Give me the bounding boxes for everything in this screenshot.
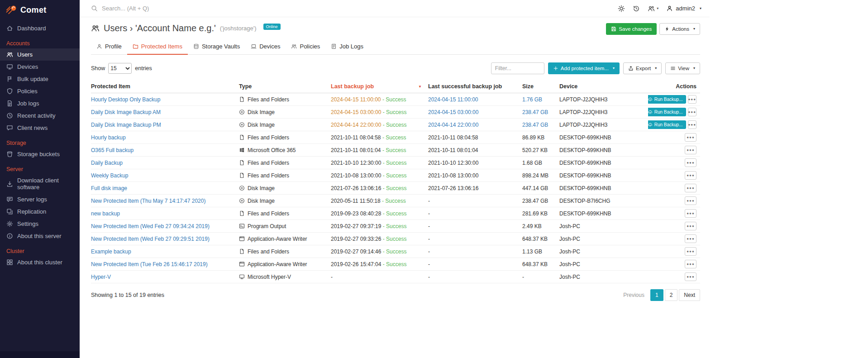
tab-storage-vaults[interactable]: Storage Vaults xyxy=(188,40,245,55)
column-header-last-backup-job[interactable]: Last backup job▼ xyxy=(331,80,428,93)
tab-job-logs[interactable]: Job Logs xyxy=(325,40,369,55)
sidebar-item-recent-activity[interactable]: Recent activity xyxy=(0,110,80,122)
person-icon xyxy=(96,43,102,49)
sidebar-item-server-logs[interactable]: Server logs xyxy=(0,193,80,205)
view-button[interactable]: View ▾ xyxy=(665,62,700,74)
row-actions-menu-button[interactable]: ●●● xyxy=(685,260,696,268)
job-status: - Success xyxy=(381,109,406,115)
add-protected-item-button[interactable]: Add protected item... ▾ xyxy=(548,62,620,74)
sidebar-item-devices[interactable]: Devices xyxy=(0,61,80,73)
row-actions-menu-button[interactable]: ●●● xyxy=(685,133,696,142)
filter-input[interactable] xyxy=(491,62,544,74)
row-actions-menu-button[interactable]: ●●● xyxy=(685,234,696,243)
sidebar-item-about-this-cluster[interactable]: About this cluster xyxy=(0,256,80,268)
sidebar-item-download-client-software[interactable]: Download client software xyxy=(0,174,80,193)
row-actions-menu-button[interactable]: ●●● xyxy=(688,95,697,104)
protected-item-link[interactable]: New Protected Item (Tue Feb 26 15:46:17 … xyxy=(91,261,208,267)
sidebar-item-bulk-update[interactable]: Bulk update xyxy=(0,73,80,85)
row-actions-menu-button[interactable]: ●●● xyxy=(685,247,696,256)
sidebar-item-about-this-server[interactable]: About this server xyxy=(0,230,80,242)
row-actions-menu-button[interactable]: ●●● xyxy=(685,222,696,230)
column-header-last-successful-backup-job[interactable]: Last successful backup job xyxy=(428,80,522,93)
last-successful-job-link[interactable]: 2024-04-15 03:00:00 xyxy=(428,109,478,115)
tab-protected-items[interactable]: Protected Items xyxy=(127,40,188,55)
account-menu[interactable]: admin2 ▾ xyxy=(666,5,701,12)
cell-last-backup: 2021-10-11 08:04:58 - Success xyxy=(331,131,428,144)
tab-policies[interactable]: Policies xyxy=(286,40,325,55)
last-backup-job-link[interactable]: 2024-04-14 22:00:00 xyxy=(331,122,381,128)
sidebar-item-client-news[interactable]: Client news xyxy=(0,122,80,134)
column-header-device[interactable]: Device xyxy=(559,80,648,93)
page-2[interactable]: 2 xyxy=(665,289,678,301)
tab-devices[interactable]: Devices xyxy=(245,40,286,55)
history-button[interactable] xyxy=(633,5,640,12)
sidebar-item-job-logs[interactable]: Job logs xyxy=(0,97,80,110)
protected-item-link[interactable]: Example backup xyxy=(91,248,131,255)
run-backup-label: Run Backup... xyxy=(654,110,683,115)
protected-item-link[interactable]: Daily Disk Image Backup AM xyxy=(91,109,161,115)
sidebar-item-replication[interactable]: Replication xyxy=(0,205,80,218)
cell-actions: ●●● xyxy=(648,169,700,182)
sidebar-item-users[interactable]: Users xyxy=(0,48,80,61)
protected-item-link[interactable]: O365 Full backup xyxy=(91,147,134,153)
column-header-protected-item[interactable]: Protected Item xyxy=(91,80,239,93)
last-backup-job-link[interactable]: 2024-04-15 03:00:00 xyxy=(331,109,381,115)
export-button[interactable]: Export ▾ xyxy=(623,62,662,74)
last-successful-job-link[interactable]: 2024-04-14 22:00:00 xyxy=(428,122,478,128)
last-successful-job-link[interactable]: 2024-04-15 11:00:00 xyxy=(428,96,478,103)
protected-item-link[interactable]: Hyper-V xyxy=(91,274,111,280)
protected-item-link[interactable]: Weekly Backup xyxy=(91,172,128,179)
table-row: Hourly backupFiles and Folders2021-10-11… xyxy=(91,131,700,144)
run-backup-button[interactable]: Run Backup... xyxy=(648,108,686,116)
tab-label: Storage Vaults xyxy=(202,43,240,50)
last-backup-job-link[interactable]: 2024-04-15 11:00:00 xyxy=(331,96,381,103)
row-actions-menu-button[interactable]: ●●● xyxy=(685,184,696,192)
size-link[interactable]: 238.47 GB xyxy=(522,109,548,115)
tab-profile[interactable]: Profile xyxy=(91,40,127,55)
run-backup-button[interactable]: Run Backup... xyxy=(648,95,686,104)
row-actions-menu-button[interactable]: ●●● xyxy=(685,209,696,218)
page-size-control: Show 15 entries xyxy=(91,63,152,74)
view-label: View xyxy=(678,66,689,71)
page-next[interactable]: Next xyxy=(679,289,700,301)
row-actions-menu-button[interactable]: ●●● xyxy=(688,120,697,129)
row-actions-menu-button[interactable]: ●●● xyxy=(685,158,696,167)
entries-select[interactable]: 15 xyxy=(108,63,132,74)
protected-item-link[interactable]: New Protected Item (Wed Feb 27 09:34:24 … xyxy=(91,223,210,229)
protected-item-link[interactable]: Daily Disk Image Backup PM xyxy=(91,122,161,128)
page-1[interactable]: 1 xyxy=(650,289,663,301)
cell-last-successful: - xyxy=(428,245,522,258)
app-logo[interactable]: Comet xyxy=(0,0,80,19)
user-switch-menu[interactable]: ▾ xyxy=(648,5,658,12)
theme-toggle-button[interactable] xyxy=(618,5,625,12)
sidebar-item-settings[interactable]: Settings xyxy=(0,218,80,230)
row-actions-menu-button[interactable]: ●●● xyxy=(685,146,696,154)
protected-item-link[interactable]: New Protected Item (Wed Feb 27 09:29:51 … xyxy=(91,236,210,242)
row-actions-menu-button[interactable]: ●●● xyxy=(688,108,697,116)
size-link[interactable]: 238.47 GB xyxy=(522,122,548,128)
tab-bar: ProfileProtected ItemsStorage VaultsDevi… xyxy=(91,40,700,55)
row-actions-menu-button[interactable]: ●●● xyxy=(685,272,696,281)
column-header-type[interactable]: Type xyxy=(239,80,331,93)
search-input[interactable] xyxy=(102,5,206,12)
page-previous[interactable]: Previous xyxy=(619,290,649,301)
save-changes-button[interactable]: Save changes xyxy=(606,23,657,35)
protected-item-link[interactable]: Hourly backup xyxy=(91,134,126,141)
row-actions-menu-button[interactable]: ●●● xyxy=(685,171,696,180)
actions-button[interactable]: Actions ▾ xyxy=(659,23,700,35)
protected-item-link[interactable]: Daily Backup xyxy=(91,160,123,166)
sidebar-item-dashboard[interactable]: Dashboard xyxy=(0,22,80,34)
sidebar-item-storage-buckets[interactable]: Storage buckets xyxy=(0,148,80,160)
sort-desc-icon: ▼ xyxy=(418,85,422,89)
cell-last-successful: - xyxy=(428,220,522,233)
sidebar-item-policies[interactable]: Policies xyxy=(0,85,80,97)
column-header-size[interactable]: Size xyxy=(522,80,559,93)
run-backup-button[interactable]: Run Backup... xyxy=(648,120,686,129)
protected-item-link[interactable]: New Protected Item (Thu May 7 14:17:47 2… xyxy=(91,198,205,204)
table-row: Hourly Desktop Only BackupFiles and Fold… xyxy=(91,93,700,106)
row-actions-menu-button[interactable]: ●●● xyxy=(685,196,696,205)
protected-item-link[interactable]: Full disk image xyxy=(91,185,127,191)
protected-item-link[interactable]: new backup xyxy=(91,210,120,217)
protected-item-link[interactable]: Hourly Desktop Only Backup xyxy=(91,96,160,103)
size-link[interactable]: 1.76 GB xyxy=(522,96,542,103)
